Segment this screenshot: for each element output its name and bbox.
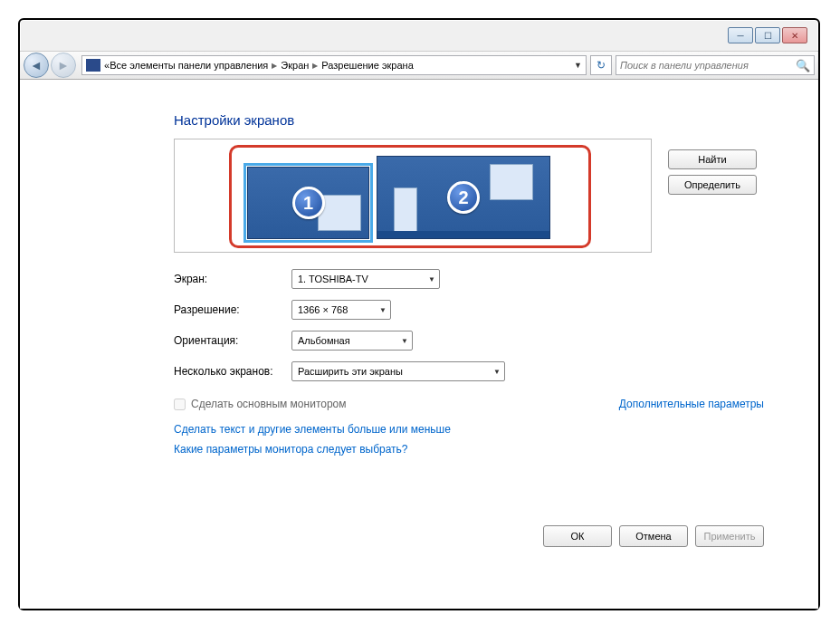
chevron-right-icon: ▶: [312, 62, 318, 70]
maximize-button[interactable]: ☐: [755, 27, 780, 43]
window-controls: ─ ☐ ✕: [728, 27, 807, 43]
monitors-container: 1 2: [247, 156, 550, 239]
help-links: Сделать текст и другие элементы больше и…: [174, 423, 764, 456]
find-button[interactable]: Найти: [668, 149, 757, 169]
refresh-button[interactable]: ↻: [590, 55, 612, 75]
monitor-1[interactable]: 1: [247, 167, 369, 239]
chevron-down-icon[interactable]: ▼: [574, 61, 582, 70]
advanced-settings-link[interactable]: Дополнительные параметры: [619, 398, 764, 410]
dialog-buttons: ОК Отмена Применить: [543, 525, 764, 547]
multiple-displays-select[interactable]: Расширить эти экраны ▼: [291, 361, 505, 381]
resolution-row: Разрешение: 1366 × 768 ▼: [174, 300, 764, 320]
orientation-label: Ориентация:: [174, 334, 291, 347]
breadcrumb-item[interactable]: Разрешение экрана: [321, 60, 413, 71]
monitor-thumbnail-icon: [490, 164, 533, 200]
checkbox-row: Сделать основным монитором Дополнительны…: [174, 398, 764, 410]
orientation-row: Ориентация: Альбомная ▼: [174, 331, 764, 351]
minimize-button[interactable]: ─: [728, 27, 753, 43]
resolution-select[interactable]: 1366 × 768 ▼: [291, 300, 391, 320]
settings-form: Экран: 1. TOSHIBA-TV ▼ Разрешение: 1366 …: [174, 269, 764, 381]
monitor-2[interactable]: 2: [377, 156, 550, 239]
taskbar-icon: [377, 231, 549, 238]
multiple-displays-label: Несколько экранов:: [174, 365, 291, 378]
display-select[interactable]: 1. TOSHIBA-TV ▼: [291, 269, 440, 289]
chevron-down-icon: ▼: [486, 368, 501, 376]
window-frame: ─ ☐ ✕ ◄ ► « Все элементы панели управлен…: [18, 18, 820, 610]
multiple-displays-value: Расширить эти экраны: [298, 366, 403, 377]
breadcrumb[interactable]: « Все элементы панели управления ▶ Экран…: [81, 55, 587, 75]
ok-button[interactable]: ОК: [543, 525, 612, 547]
resolution-label: Разрешение:: [174, 303, 291, 316]
display-row: Экран: 1. TOSHIBA-TV ▼: [174, 269, 764, 289]
identify-button[interactable]: Определить: [668, 175, 757, 195]
monitor-thumbnail-icon: [394, 187, 417, 233]
side-buttons: Найти Определить: [661, 139, 764, 253]
cancel-button[interactable]: Отмена: [619, 525, 688, 547]
content-area: Настройки экранов 1 2: [20, 80, 818, 609]
breadcrumb-item[interactable]: Экран: [281, 60, 309, 71]
monitor-number-badge: 1: [292, 187, 325, 219]
control-panel-icon: [86, 59, 100, 72]
display-preview[interactable]: 1 2: [174, 139, 652, 253]
chevron-down-icon: ▼: [394, 337, 408, 345]
resolution-value: 1366 × 768: [298, 304, 348, 315]
apply-button[interactable]: Применить: [695, 525, 764, 547]
page-title: Настройки экранов: [174, 112, 764, 128]
nav-bar: ◄ ► « Все элементы панели управления ▶ Э…: [20, 51, 818, 80]
close-button[interactable]: ✕: [782, 27, 807, 43]
make-main-label: Сделать основным монитором: [191, 398, 347, 410]
display-value: 1. TOSHIBA-TV: [298, 274, 368, 284]
multiple-displays-row: Несколько экранов: Расширить эти экраны …: [174, 361, 764, 381]
chevron-down-icon: ▼: [372, 306, 387, 314]
nav-forward-button[interactable]: ►: [51, 53, 76, 78]
display-label: Экран:: [174, 273, 291, 285]
orientation-value: Альбомная: [298, 335, 350, 346]
orientation-select[interactable]: Альбомная ▼: [291, 331, 413, 351]
search-box[interactable]: 🔍: [616, 55, 815, 75]
make-main-checkbox[interactable]: [174, 399, 186, 410]
preview-row: 1 2 Найти Определить: [174, 139, 764, 253]
chevron-right-icon: ▶: [272, 62, 277, 70]
monitor-number-badge: 2: [447, 181, 480, 214]
chevron-down-icon: ▼: [421, 275, 435, 283]
text-size-link[interactable]: Сделать текст и другие элементы больше и…: [174, 423, 764, 436]
search-icon[interactable]: 🔍: [796, 59, 810, 72]
nav-back-button[interactable]: ◄: [24, 53, 49, 78]
which-settings-link[interactable]: Какие параметры монитора следует выбрать…: [174, 443, 764, 456]
search-input[interactable]: [620, 60, 796, 71]
breadcrumb-item[interactable]: Все элементы панели управления: [110, 60, 268, 71]
